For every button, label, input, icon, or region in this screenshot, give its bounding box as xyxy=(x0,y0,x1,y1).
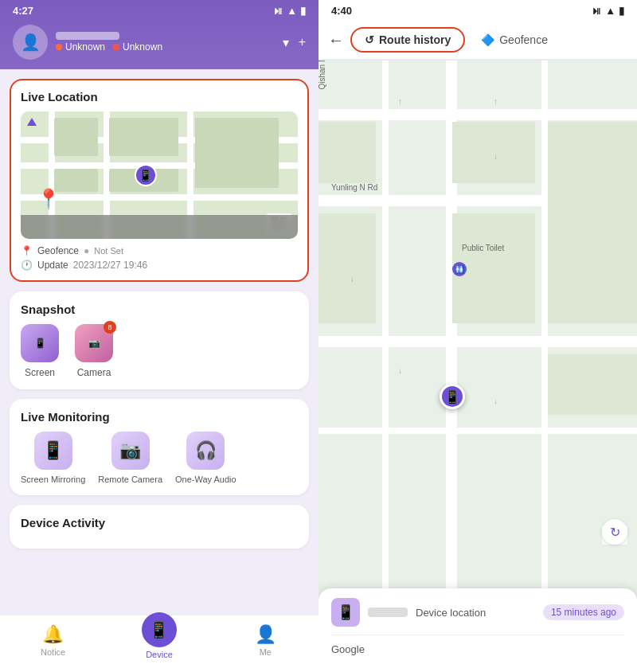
snapshot-camera[interactable]: 📷 8 Camera xyxy=(75,324,113,378)
header-info: Unknown Unknown xyxy=(56,32,162,53)
road-h2 xyxy=(21,194,298,201)
map-preview[interactable]: 📱 📍 50 m200 ft xyxy=(21,111,298,239)
left-status-bar: 4:27 ⏯ ▲ ▮ xyxy=(0,0,318,21)
back-button[interactable]: ← xyxy=(328,31,344,49)
left-time: 4:27 xyxy=(13,5,33,17)
me-label: Me xyxy=(260,647,272,657)
screen-mirroring-item[interactable]: 📱 Screen Mirroring xyxy=(21,432,85,484)
orange-dot-icon xyxy=(56,44,62,50)
map-pin-blue: 📍 xyxy=(37,188,61,210)
arrow-icon-3: ↓ xyxy=(398,366,402,375)
camera-label: Camera xyxy=(77,367,111,378)
device-thumbnail: 📱 xyxy=(331,598,360,627)
camera-icon-box: 📷 8 xyxy=(75,324,113,362)
map-block-2 xyxy=(109,118,178,156)
right-map-background: ↑ ↑ ↓ ↓ ↓ ↓ Qishan N Rd Yunling N Rd 🚻 P… xyxy=(318,61,637,672)
device-icon: 📱 xyxy=(142,612,177,647)
r-block-2 xyxy=(318,122,376,183)
time-ago-badge: 15 minutes ago xyxy=(543,604,624,620)
left-header: 👤 Unknown Unknown ▾ + xyxy=(0,21,318,69)
snapshot-card: Snapshot 📱 Screen 📷 8 Camera xyxy=(10,291,309,389)
bullet-separator: ● xyxy=(84,245,89,256)
device-location-pin: 📱 xyxy=(440,384,465,409)
map-container[interactable]: ↑ ↑ ↓ ↓ ↓ ↓ Qishan N Rd Yunling N Rd 🚻 P… xyxy=(318,61,637,672)
arrow-icon-5: ↓ xyxy=(494,397,498,405)
monitoring-icons: 📱 Screen Mirroring 📷 Remote Camera 🎧 One… xyxy=(21,432,298,484)
screen-icon-box: 📱 xyxy=(21,324,59,362)
notice-label: Notice xyxy=(41,647,65,657)
red-dot-icon xyxy=(113,44,119,50)
map-refresh-button[interactable]: ↻ xyxy=(602,519,627,545)
status-dot-2: Unknown xyxy=(113,41,162,53)
right-panel: 4:40 ⏯ ▲ ▮ ← ↺ Route history 🔷 Geofence xyxy=(318,0,637,672)
snapshot-screen[interactable]: 📱 Screen xyxy=(21,324,59,378)
right-status-bar: 4:40 ⏯ ▲ ▮ xyxy=(318,0,637,21)
r-road-v3 xyxy=(541,61,548,672)
map-block-5 xyxy=(195,118,278,188)
one-way-audio-item[interactable]: 🎧 One-Way Audio xyxy=(175,432,236,484)
remote-camera-icon: 📷 xyxy=(111,432,150,470)
nav-me[interactable]: 👤 Me xyxy=(213,624,318,657)
r-block-5 xyxy=(548,122,637,323)
screen-mirroring-icon: 📱 xyxy=(34,432,72,470)
google-logo: Google xyxy=(331,643,365,655)
r-block-3 xyxy=(318,213,376,323)
device-location-row: 📱 Device location 15 minutes ago xyxy=(331,598,624,627)
header-name-placeholder xyxy=(56,32,119,40)
road-label-2: Yunling N Rd xyxy=(331,183,377,192)
one-way-audio-icon: 🎧 xyxy=(186,432,225,470)
route-history-button[interactable]: ↺ Route history xyxy=(350,27,465,53)
avatar-icon: 👤 xyxy=(21,33,41,52)
update-row: 🕐 Update 2023/12/27 19:46 xyxy=(21,260,298,271)
geofence-btn-icon: 🔷 xyxy=(481,33,494,46)
r-road-h1 xyxy=(318,109,637,120)
device-activity-card: Device Activity xyxy=(10,505,309,549)
left-panel: 4:27 ⏯ ▲ ▮ 👤 Unknown Unknown xyxy=(0,0,318,672)
map-blur-bar xyxy=(21,215,298,239)
arrow-icon-2: ↑ xyxy=(494,97,498,106)
left-status-icons: ⏯ ▲ ▮ xyxy=(273,5,306,17)
map-pin: 📱 xyxy=(135,164,157,186)
screen-icon: 📱 xyxy=(34,338,46,349)
right-header: ← ↺ Route history 🔷 Geofence xyxy=(318,21,637,59)
screen-mirroring-label: Screen Mirroring xyxy=(21,475,85,484)
geofence-label: Geofence xyxy=(37,245,79,256)
notice-icon: 🔔 xyxy=(42,624,64,645)
bottom-nav: 🔔 Notice 📱 Device 👤 Me xyxy=(0,615,318,672)
live-location-card: Live Location xyxy=(10,79,309,282)
live-location-footer: 📍 Geofence ● Not Set 🕐 Update 2023/12/27… xyxy=(21,245,298,271)
dropdown-button[interactable]: ▾ xyxy=(283,35,289,50)
public-toilet-label: Public Toilet xyxy=(462,244,504,252)
arrow-icon-4: ↓ xyxy=(494,152,498,161)
remote-camera-item[interactable]: 📷 Remote Camera xyxy=(98,432,162,484)
nav-device[interactable]: 📱 Device xyxy=(106,622,212,659)
qishan-label: Qishan N Rd xyxy=(318,61,326,89)
map-bottom-panel: 📱 Device location 15 minutes ago Google xyxy=(318,588,637,672)
right-battery-icon: ▮ xyxy=(619,5,624,17)
geofence-btn-label: Geofence xyxy=(499,33,548,46)
live-location-title: Live Location xyxy=(21,90,298,104)
nav-notice[interactable]: 🔔 Notice xyxy=(0,624,106,657)
wifi-icon: ▲ xyxy=(287,5,297,17)
status-dot-1: Unknown xyxy=(56,41,105,53)
status-label-1: Unknown xyxy=(65,41,105,53)
geofence-button[interactable]: 🔷 Geofence xyxy=(471,29,557,51)
device-label: Device xyxy=(146,650,173,659)
add-button[interactable]: + xyxy=(299,35,306,50)
device-location-label: Device location xyxy=(416,607,535,619)
camera-badge: 8 xyxy=(104,321,116,334)
r-road-v2 xyxy=(382,61,389,672)
r-road-h4 xyxy=(318,428,637,434)
one-way-audio-label: One-Way Audio xyxy=(175,475,236,484)
avatar[interactable]: 👤 xyxy=(13,25,48,60)
update-label: Update xyxy=(37,260,68,271)
route-history-label: Route history xyxy=(379,33,451,46)
update-time: 2023/12/27 19:46 xyxy=(73,260,147,271)
map-background: 📱 📍 50 m200 ft xyxy=(21,111,298,239)
geofence-status: Not Set xyxy=(94,246,123,256)
geofence-icon: 📍 xyxy=(21,245,33,256)
arrow-icon-6: ↓ xyxy=(350,275,354,283)
screen-label: Screen xyxy=(25,367,55,378)
right-podcast-icon: ⏯ xyxy=(592,5,602,17)
remote-camera-label: Remote Camera xyxy=(98,475,162,484)
